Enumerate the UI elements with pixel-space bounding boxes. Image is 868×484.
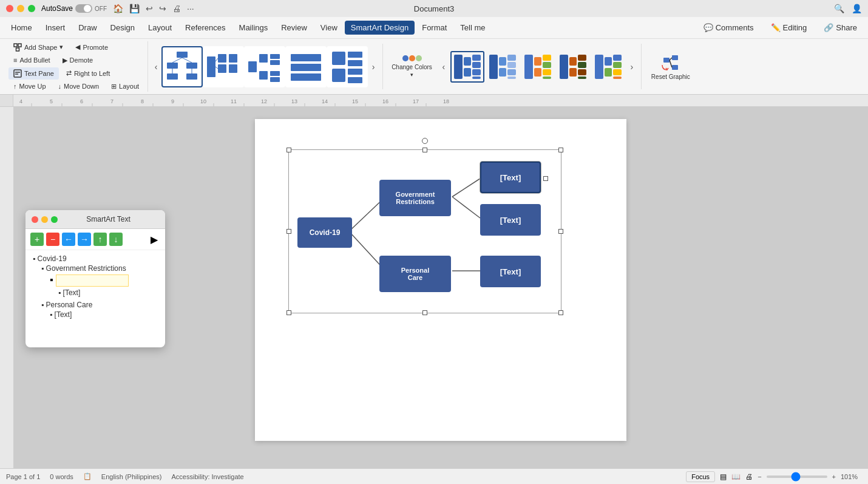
menu-format[interactable]: Format bbox=[416, 21, 453, 35]
menu-insert[interactable]: Insert bbox=[39, 21, 72, 35]
demote-button[interactable]: ▶Demote bbox=[58, 55, 98, 66]
undo-icon[interactable]: ↩ bbox=[146, 4, 153, 13]
layout-style-3[interactable] bbox=[244, 46, 285, 87]
menu-home[interactable]: Home bbox=[5, 21, 38, 35]
menu-bar: Home Insert Draw Design Layout Reference… bbox=[0, 17, 868, 39]
node-text3[interactable]: [Text] bbox=[480, 256, 541, 287]
zoom-slider[interactable] bbox=[767, 475, 827, 478]
account-icon[interactable]: 👤 bbox=[852, 4, 862, 13]
change-colors-button[interactable]: Change Colors ▾ bbox=[387, 53, 437, 80]
reset-graphic-button[interactable]: Reset Graphic bbox=[645, 41, 696, 92]
home-icon[interactable]: 🏠 bbox=[113, 4, 123, 13]
language[interactable]: English (Philippines) bbox=[101, 473, 162, 480]
focus-button[interactable]: Focus bbox=[686, 471, 715, 482]
panel-arrow-up-button[interactable]: ↑ bbox=[93, 233, 107, 246]
view-reading-icon[interactable]: 📖 bbox=[731, 472, 741, 481]
menu-review[interactable]: Review bbox=[275, 21, 313, 35]
handle-ml[interactable] bbox=[287, 229, 291, 234]
handle-mr[interactable] bbox=[558, 229, 563, 234]
handle-tl[interactable] bbox=[287, 148, 291, 152]
text-pane-button[interactable]: Text Pane bbox=[8, 67, 59, 80]
ribbon-row1: Add Shape ▾ ◀Promote bbox=[8, 41, 144, 53]
color-scheme-5[interactable] bbox=[591, 51, 625, 83]
redo-icon[interactable]: ↪ bbox=[159, 4, 166, 13]
colors-prev-arrow[interactable]: ‹ bbox=[438, 46, 449, 87]
panel-arrow-right-button[interactable]: → bbox=[78, 233, 91, 246]
panel-arrow-left-button[interactable]: ← bbox=[62, 233, 75, 246]
close-button[interactable] bbox=[6, 5, 13, 12]
tree-input-editing[interactable] bbox=[56, 274, 129, 287]
color-scheme-1[interactable] bbox=[450, 51, 484, 83]
node-personal-care[interactable]: Personal Care bbox=[379, 256, 451, 292]
menu-draw[interactable]: Draw bbox=[72, 21, 103, 35]
maximize-button[interactable] bbox=[28, 5, 35, 12]
menu-references[interactable]: References bbox=[179, 21, 231, 35]
print-icon[interactable]: 🖨 bbox=[172, 4, 181, 13]
handle-tr[interactable] bbox=[558, 148, 563, 152]
minimize-button[interactable] bbox=[17, 5, 24, 12]
comments-button[interactable]: 💬Comments bbox=[697, 21, 760, 35]
panel-close[interactable] bbox=[32, 216, 38, 223]
promote-button[interactable]: ◀Promote bbox=[70, 41, 113, 53]
layout-style-1[interactable] bbox=[161, 46, 203, 87]
move-down-button[interactable]: ↓Move Down bbox=[53, 81, 104, 92]
handle-bc[interactable] bbox=[422, 310, 427, 315]
panel-minimize[interactable] bbox=[41, 216, 48, 223]
color-scheme-4[interactable] bbox=[556, 51, 590, 83]
svg-rect-75 bbox=[672, 65, 678, 70]
editing-button[interactable]: ✏️Editing bbox=[765, 21, 813, 35]
panel-add-button[interactable]: + bbox=[30, 233, 44, 246]
view-print-icon[interactable]: 🖨 bbox=[745, 472, 753, 481]
handle-bl[interactable] bbox=[287, 310, 291, 315]
node-text2[interactable]: [Text] bbox=[480, 204, 541, 236]
layout-style-5[interactable] bbox=[327, 46, 368, 87]
panel-collapse-arrow[interactable]: ▶ bbox=[151, 234, 160, 245]
menu-design[interactable]: Design bbox=[104, 21, 141, 35]
node-text1[interactable]: [Text] bbox=[480, 162, 541, 193]
add-shape-button[interactable]: Add Shape ▾ bbox=[8, 41, 68, 53]
move-up-button[interactable]: ↑Move Up bbox=[8, 81, 51, 92]
menu-view[interactable]: View bbox=[314, 21, 344, 35]
add-bullet-button[interactable]: ≡Add Bullet bbox=[8, 55, 55, 66]
right-to-left-button[interactable]: ⇄Right to Left bbox=[61, 67, 115, 79]
more-icon[interactable]: ··· bbox=[187, 4, 194, 13]
svg-rect-36 bbox=[348, 69, 362, 75]
node-covid[interactable]: Covid-19 bbox=[297, 217, 352, 248]
save-icon[interactable]: 💾 bbox=[129, 4, 140, 13]
ribbon-row3: Text Pane ⇄Right to Left bbox=[8, 67, 144, 80]
share-button[interactable]: 🔗Share bbox=[818, 21, 863, 35]
svg-text:11: 11 bbox=[231, 98, 237, 104]
handle-text1-mr[interactable] bbox=[543, 176, 548, 181]
svg-line-12 bbox=[182, 58, 192, 63]
panel-arrow-down-button[interactable]: ↓ bbox=[109, 233, 123, 246]
smartart-diagram[interactable]: Covid-19 Government Restrictions Persona… bbox=[288, 149, 561, 313]
layout-style-2[interactable] bbox=[203, 46, 244, 87]
zoom-in-icon[interactable]: + bbox=[832, 473, 836, 480]
autosave-toggle[interactable]: AutoSave OFF bbox=[41, 4, 107, 13]
menu-layout[interactable]: Layout bbox=[142, 21, 178, 35]
zoom-level[interactable]: 101% bbox=[841, 473, 862, 480]
svg-text:4: 4 bbox=[19, 98, 22, 104]
view-normal-icon[interactable]: ▤ bbox=[720, 472, 727, 481]
accessibility[interactable]: Accessibility: Investigate bbox=[171, 473, 243, 480]
svg-rect-57 bbox=[543, 69, 551, 75]
color-scheme-3[interactable] bbox=[521, 51, 555, 83]
layout-style-4[interactable] bbox=[285, 46, 327, 87]
search-icon[interactable]: 🔍 bbox=[834, 4, 844, 13]
menu-mailings[interactable]: Mailings bbox=[233, 21, 274, 35]
panel-maximize[interactable] bbox=[51, 216, 58, 223]
layouts-prev-arrow[interactable]: ‹ bbox=[151, 46, 161, 87]
handle-tc[interactable] bbox=[422, 148, 427, 152]
panel-remove-button[interactable]: − bbox=[46, 233, 59, 246]
colors-next-arrow[interactable]: › bbox=[626, 46, 637, 87]
document-title: Document3 bbox=[414, 4, 454, 13]
node-government-restrictions[interactable]: Government Restrictions bbox=[379, 180, 451, 216]
layouts-next-arrow[interactable]: › bbox=[368, 46, 379, 87]
menu-smartart-design[interactable]: SmartArt Design bbox=[345, 21, 415, 35]
handle-br[interactable] bbox=[558, 310, 563, 315]
rotate-handle[interactable] bbox=[422, 138, 428, 144]
color-scheme-2[interactable] bbox=[486, 51, 520, 83]
layout-button[interactable]: ⊞Layout bbox=[106, 81, 144, 92]
zoom-out-icon[interactable]: − bbox=[758, 473, 761, 480]
menu-tell-me[interactable]: Tell me bbox=[454, 21, 491, 35]
